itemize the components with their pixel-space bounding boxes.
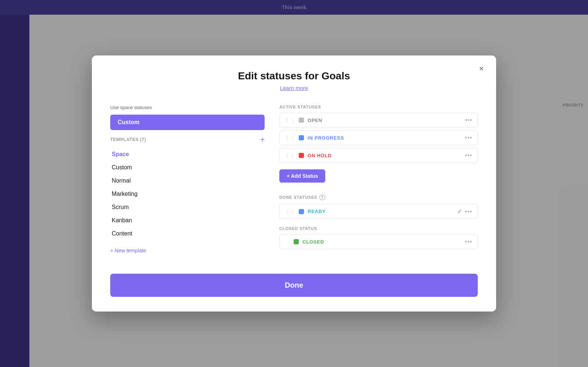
status-dot-ready <box>299 209 304 214</box>
status-name-closed: CLOSED <box>302 239 461 245</box>
done-statuses-help-icon[interactable]: ? <box>319 194 325 200</box>
drag-handle-on-hold[interactable]: ⋮⋮ <box>285 152 295 158</box>
template-item-kanban[interactable]: Kanban <box>110 214 265 227</box>
drag-handle-ready[interactable]: ⋮⋮ <box>285 209 295 215</box>
status-row-closed: CLOSED ••• <box>279 234 478 249</box>
template-item-custom[interactable]: Custom <box>110 161 265 174</box>
done-button[interactable]: Done <box>110 274 478 297</box>
status-row-ready: ⋮⋮ READY ✓ ••• <box>279 204 478 219</box>
new-template-button[interactable]: + New template <box>110 248 146 253</box>
templates-add-button[interactable]: + <box>260 136 265 143</box>
add-status-button[interactable]: + Add Status <box>279 169 325 183</box>
status-dot-open <box>299 118 304 123</box>
status-more-open[interactable]: ••• <box>465 117 472 123</box>
status-actions-open: ••• <box>465 117 472 123</box>
status-more-ready[interactable]: ••• <box>465 208 472 215</box>
status-dot-closed <box>294 239 299 244</box>
drag-handle-in-progress[interactable]: ⋮⋮ <box>285 135 295 141</box>
modal-body: Use space statuses Custom TEMPLATES (7) … <box>110 105 478 259</box>
right-panel: ACTIVE STATUSES ⋮⋮ OPEN ••• ⋮⋮ IN PROGRE… <box>279 105 478 259</box>
modal-overlay: × Edit statuses for Goals Learn more Use… <box>0 0 588 367</box>
status-more-on-hold[interactable]: ••• <box>465 152 472 159</box>
learn-more-link[interactable]: Learn more <box>280 85 308 91</box>
drag-handle-open[interactable]: ⋮⋮ <box>285 117 295 123</box>
closed-status-title: CLOSED STATUS <box>279 226 478 231</box>
status-check-ready: ✓ <box>457 208 462 215</box>
modal: × Edit statuses for Goals Learn more Use… <box>92 55 496 312</box>
status-dot-on-hold <box>299 153 304 158</box>
status-actions-on-hold: ••• <box>465 152 472 159</box>
modal-title: Edit statuses for Goals <box>110 70 478 82</box>
status-row-open: ⋮⋮ OPEN ••• <box>279 113 478 127</box>
close-button[interactable]: × <box>476 63 487 75</box>
template-item-content[interactable]: Content <box>110 227 265 240</box>
template-item-normal[interactable]: Normal <box>110 174 265 187</box>
status-name-in-progress: IN PROGRESS <box>308 135 461 141</box>
status-actions-in-progress: ••• <box>465 134 472 141</box>
modal-subtitle: Learn more <box>110 85 478 91</box>
status-actions-closed: ••• <box>465 238 472 245</box>
left-panel: Use space statuses Custom TEMPLATES (7) … <box>110 105 265 259</box>
status-row-on-hold: ⋮⋮ ON HOLD ••• <box>279 148 478 163</box>
template-list: Space Custom Normal Marketing Scrum Kanb… <box>110 148 265 240</box>
status-more-in-progress[interactable]: ••• <box>465 134 472 141</box>
template-item-space[interactable]: Space <box>110 148 265 161</box>
template-item-scrum[interactable]: Scrum <box>110 201 265 214</box>
status-actions-ready: ✓ ••• <box>457 208 472 215</box>
templates-header: TEMPLATES (7) + <box>110 136 265 143</box>
status-name-on-hold: ON HOLD <box>308 153 461 158</box>
active-statuses-title: ACTIVE STATUSES <box>279 105 478 109</box>
status-name-ready: READY <box>308 209 453 214</box>
status-name-open: OPEN <box>308 118 461 123</box>
template-item-marketing[interactable]: Marketing <box>110 187 265 201</box>
use-space-label: Use space statuses <box>110 105 265 110</box>
status-dot-in-progress <box>299 135 304 140</box>
done-statuses-title: DONE STATUSES ? <box>279 194 478 200</box>
templates-label: TEMPLATES (7) <box>110 137 146 142</box>
custom-button[interactable]: Custom <box>110 115 265 130</box>
status-row-in-progress: ⋮⋮ IN PROGRESS ••• <box>279 130 478 145</box>
status-more-closed[interactable]: ••• <box>465 238 472 245</box>
